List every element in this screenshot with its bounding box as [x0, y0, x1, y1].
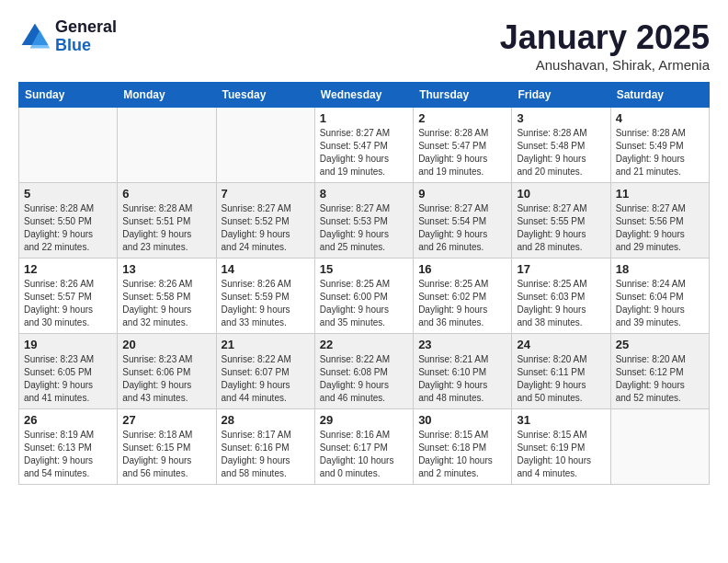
day-number: 21	[222, 338, 310, 351]
calendar-cell: 31Sunrise: 8:15 AM Sunset: 6:19 PM Dayli…	[512, 409, 610, 485]
day-info: Sunrise: 8:16 AM Sunset: 6:17 PM Dayligh…	[320, 429, 408, 480]
calendar-cell: 9Sunrise: 8:27 AM Sunset: 5:54 PM Daylig…	[414, 183, 512, 259]
day-info: Sunrise: 8:26 AM Sunset: 5:58 PM Dayligh…	[122, 278, 210, 329]
day-number: 30	[418, 413, 506, 427]
page-header: General Blue January 2025 Anushavan, Shi…	[18, 18, 710, 73]
weekday-header-wednesday: Wednesday	[314, 83, 413, 108]
calendar-cell: 27Sunrise: 8:18 AM Sunset: 6:15 PM Dayli…	[118, 409, 216, 485]
day-number: 16	[418, 262, 506, 276]
day-info: Sunrise: 8:18 AM Sunset: 6:15 PM Dayligh…	[122, 429, 210, 480]
day-info: Sunrise: 8:15 AM Sunset: 6:18 PM Dayligh…	[418, 429, 506, 480]
weekday-header-tuesday: Tuesday	[216, 83, 314, 108]
day-info: Sunrise: 8:27 AM Sunset: 5:53 PM Dayligh…	[320, 202, 408, 254]
day-number: 27	[122, 413, 210, 427]
logo-line2: Blue	[55, 37, 117, 55]
day-number: 10	[517, 187, 605, 201]
day-info: Sunrise: 8:22 AM Sunset: 6:08 PM Dayligh…	[320, 353, 408, 405]
day-number: 3	[517, 111, 605, 125]
calendar-cell: 26Sunrise: 8:19 AM Sunset: 6:13 PM Dayli…	[19, 409, 118, 485]
calendar-cell: 23Sunrise: 8:21 AM Sunset: 6:10 PM Dayli…	[414, 334, 512, 409]
day-number: 6	[122, 187, 210, 201]
calendar-cell: 22Sunrise: 8:22 AM Sunset: 6:08 PM Dayli…	[314, 334, 413, 409]
logo: General Blue	[18, 18, 117, 55]
calendar-cell: 6Sunrise: 8:28 AM Sunset: 5:51 PM Daylig…	[118, 183, 216, 259]
calendar-cell: 21Sunrise: 8:22 AM Sunset: 6:07 PM Dayli…	[216, 334, 314, 409]
weekday-header-friday: Friday	[512, 83, 610, 108]
calendar-cell: 14Sunrise: 8:26 AM Sunset: 5:59 PM Dayli…	[216, 259, 314, 334]
day-number: 1	[320, 111, 408, 125]
day-info: Sunrise: 8:23 AM Sunset: 6:05 PM Dayligh…	[24, 353, 112, 405]
calendar-week-row: 5Sunrise: 8:28 AM Sunset: 5:50 PM Daylig…	[19, 183, 710, 259]
day-info: Sunrise: 8:22 AM Sunset: 6:07 PM Dayligh…	[222, 353, 310, 405]
day-number: 8	[320, 187, 408, 201]
day-info: Sunrise: 8:28 AM Sunset: 5:47 PM Dayligh…	[418, 127, 506, 178]
weekday-header-monday: Monday	[118, 83, 216, 108]
day-info: Sunrise: 8:21 AM Sunset: 6:10 PM Dayligh…	[418, 353, 506, 405]
weekday-header-saturday: Saturday	[610, 83, 709, 108]
day-number: 22	[320, 338, 408, 351]
day-number: 5	[24, 187, 112, 201]
calendar-cell	[118, 108, 216, 183]
calendar-subtitle: Anushavan, Shirak, Armenia	[500, 57, 710, 73]
calendar-week-row: 1Sunrise: 8:27 AM Sunset: 5:47 PM Daylig…	[19, 108, 710, 183]
calendar-cell: 5Sunrise: 8:28 AM Sunset: 5:50 PM Daylig…	[19, 183, 118, 259]
calendar-cell: 13Sunrise: 8:26 AM Sunset: 5:58 PM Dayli…	[118, 259, 216, 334]
calendar-cell: 16Sunrise: 8:25 AM Sunset: 6:02 PM Dayli…	[414, 259, 512, 334]
day-number: 25	[616, 338, 704, 351]
day-number: 19	[24, 338, 112, 351]
logo-text: General Blue	[55, 18, 117, 55]
day-info: Sunrise: 8:28 AM Sunset: 5:50 PM Dayligh…	[24, 202, 112, 254]
day-number: 24	[517, 338, 605, 351]
calendar-cell: 10Sunrise: 8:27 AM Sunset: 5:55 PM Dayli…	[512, 183, 610, 259]
day-info: Sunrise: 8:26 AM Sunset: 5:57 PM Dayligh…	[24, 278, 112, 329]
weekday-header-thursday: Thursday	[414, 83, 512, 108]
calendar-cell: 17Sunrise: 8:25 AM Sunset: 6:03 PM Dayli…	[512, 259, 610, 334]
day-info: Sunrise: 8:25 AM Sunset: 6:03 PM Dayligh…	[517, 278, 605, 329]
day-number: 2	[418, 111, 506, 125]
day-number: 28	[222, 413, 310, 427]
day-number: 14	[222, 262, 310, 276]
calendar-cell: 7Sunrise: 8:27 AM Sunset: 5:52 PM Daylig…	[216, 183, 314, 259]
day-number: 12	[24, 262, 112, 276]
day-info: Sunrise: 8:25 AM Sunset: 6:02 PM Dayligh…	[418, 278, 506, 329]
day-info: Sunrise: 8:20 AM Sunset: 6:12 PM Dayligh…	[616, 353, 704, 405]
day-info: Sunrise: 8:25 AM Sunset: 6:00 PM Dayligh…	[320, 278, 408, 329]
calendar-cell: 4Sunrise: 8:28 AM Sunset: 5:49 PM Daylig…	[610, 108, 709, 183]
calendar-cell	[610, 409, 709, 485]
calendar-week-row: 26Sunrise: 8:19 AM Sunset: 6:13 PM Dayli…	[19, 409, 710, 485]
calendar-cell: 3Sunrise: 8:28 AM Sunset: 5:48 PM Daylig…	[512, 108, 610, 183]
calendar-cell	[19, 108, 118, 183]
day-info: Sunrise: 8:19 AM Sunset: 6:13 PM Dayligh…	[24, 429, 112, 480]
calendar-cell: 18Sunrise: 8:24 AM Sunset: 6:04 PM Dayli…	[610, 259, 709, 334]
calendar-cell: 29Sunrise: 8:16 AM Sunset: 6:17 PM Dayli…	[314, 409, 413, 485]
calendar-cell	[216, 108, 314, 183]
title-block: January 2025 Anushavan, Shirak, Armenia	[500, 18, 710, 73]
calendar-title: January 2025	[500, 18, 710, 57]
day-info: Sunrise: 8:27 AM Sunset: 5:55 PM Dayligh…	[517, 202, 605, 254]
day-info: Sunrise: 8:24 AM Sunset: 6:04 PM Dayligh…	[616, 278, 704, 329]
calendar-cell: 11Sunrise: 8:27 AM Sunset: 5:56 PM Dayli…	[610, 183, 709, 259]
day-info: Sunrise: 8:15 AM Sunset: 6:19 PM Dayligh…	[517, 429, 605, 480]
day-number: 26	[24, 413, 112, 427]
calendar-cell: 20Sunrise: 8:23 AM Sunset: 6:06 PM Dayli…	[118, 334, 216, 409]
day-number: 20	[122, 338, 210, 351]
calendar-week-row: 12Sunrise: 8:26 AM Sunset: 5:57 PM Dayli…	[19, 259, 710, 334]
weekday-header-sunday: Sunday	[19, 83, 118, 108]
day-number: 9	[418, 187, 506, 201]
calendar-cell: 12Sunrise: 8:26 AM Sunset: 5:57 PM Dayli…	[19, 259, 118, 334]
calendar-cell: 25Sunrise: 8:20 AM Sunset: 6:12 PM Dayli…	[610, 334, 709, 409]
calendar-table: SundayMondayTuesdayWednesdayThursdayFrid…	[18, 82, 710, 485]
calendar-week-row: 19Sunrise: 8:23 AM Sunset: 6:05 PM Dayli…	[19, 334, 710, 409]
day-info: Sunrise: 8:27 AM Sunset: 5:52 PM Dayligh…	[222, 202, 310, 254]
calendar-cell: 2Sunrise: 8:28 AM Sunset: 5:47 PM Daylig…	[414, 108, 512, 183]
calendar-cell: 1Sunrise: 8:27 AM Sunset: 5:47 PM Daylig…	[314, 108, 413, 183]
calendar-cell: 28Sunrise: 8:17 AM Sunset: 6:16 PM Dayli…	[216, 409, 314, 485]
day-info: Sunrise: 8:28 AM Sunset: 5:51 PM Dayligh…	[122, 202, 210, 254]
day-number: 4	[616, 111, 704, 125]
calendar-cell: 8Sunrise: 8:27 AM Sunset: 5:53 PM Daylig…	[314, 183, 413, 259]
day-info: Sunrise: 8:27 AM Sunset: 5:56 PM Dayligh…	[616, 202, 704, 254]
calendar-cell: 15Sunrise: 8:25 AM Sunset: 6:00 PM Dayli…	[314, 259, 413, 334]
day-number: 11	[616, 187, 704, 201]
day-info: Sunrise: 8:27 AM Sunset: 5:54 PM Dayligh…	[418, 202, 506, 254]
day-info: Sunrise: 8:20 AM Sunset: 6:11 PM Dayligh…	[517, 353, 605, 405]
